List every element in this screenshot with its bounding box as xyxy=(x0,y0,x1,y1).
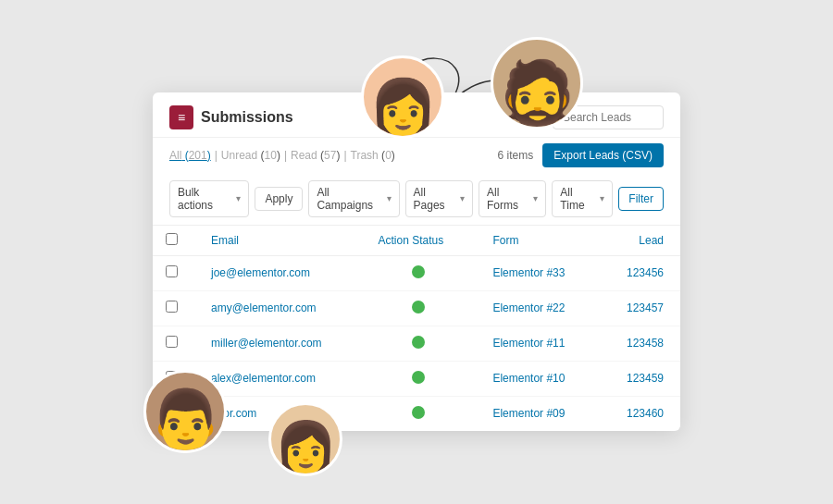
form-link[interactable]: Elementor #11 xyxy=(492,337,565,350)
avatar-man-brown: 👨 xyxy=(143,370,227,453)
lead-id-cell: 123459 xyxy=(599,361,680,396)
leads-table: Email Action Status Form Lead xyxy=(153,226,680,431)
forms-select[interactable]: All Forms ▾ xyxy=(479,180,546,217)
avatar-woman-bun: 👩 xyxy=(268,402,342,476)
email-cell: amy@elementor.com xyxy=(194,290,362,326)
panel-title-row: ≡ Submissions xyxy=(169,105,293,129)
lead-id-link[interactable]: 123459 xyxy=(627,372,664,385)
table-row: ...tor.com Elementor #09 123460 xyxy=(153,396,680,431)
form-link[interactable]: Elementor #09 xyxy=(492,407,565,420)
stats-right: 6 items Export Leads (CSV) xyxy=(498,143,664,167)
status-dot xyxy=(412,406,425,419)
read-filter-link[interactable]: Read (57) xyxy=(291,149,340,162)
submissions-panel: ≡ Submissions All (201) | Unread (10) | … xyxy=(153,92,680,431)
select-all-checkbox[interactable] xyxy=(166,233,178,245)
filters-row: Bulk actions ▾ Apply All Campaigns ▾ All… xyxy=(153,173,680,226)
form-cell: Elementor #09 xyxy=(476,396,598,431)
bulk-actions-chevron: ▾ xyxy=(236,193,241,203)
table-head: Email Action Status Form Lead xyxy=(153,226,680,256)
forms-chevron: ▾ xyxy=(533,193,538,203)
form-cell: Elementor #22 xyxy=(476,290,598,326)
table-header-row: Email Action Status Form Lead xyxy=(153,226,680,256)
lead-id-cell: 123457 xyxy=(599,290,680,326)
lead-id-cell: 123458 xyxy=(599,326,680,361)
status-dot xyxy=(412,371,425,384)
avatar-woman-glasses: 👩 xyxy=(361,55,444,139)
status-dot xyxy=(412,301,425,313)
form-cell: Elementor #10 xyxy=(476,361,598,396)
table-body: joe@elementor.com Elementor #33 123456 a… xyxy=(153,255,680,431)
action-status-cell xyxy=(362,255,477,290)
unread-filter-link[interactable]: Unread (10) xyxy=(221,149,280,162)
lead-id-link[interactable]: 123458 xyxy=(627,337,664,350)
campaigns-select[interactable]: All Campaigns ▾ xyxy=(308,180,399,217)
all-filter-link[interactable]: All (201) xyxy=(169,149,211,162)
lead-id-cell: 123456 xyxy=(599,255,680,290)
row-checkbox-0[interactable] xyxy=(166,265,178,277)
form-link[interactable]: Elementor #33 xyxy=(492,266,565,279)
status-dot xyxy=(412,336,425,349)
table-row: joe@elementor.com Elementor #33 123456 xyxy=(153,255,680,290)
trash-filter-link[interactable]: Trash (0) xyxy=(351,149,395,162)
stats-row: All (201) | Unread (10) | Read (57) | Tr… xyxy=(153,138,680,173)
avatar-man-beard: 🧔 xyxy=(491,37,583,129)
campaigns-chevron: ▾ xyxy=(387,193,392,203)
export-button[interactable]: Export Leads (CSV) xyxy=(542,143,664,167)
time-select[interactable]: All Time ▾ xyxy=(552,180,613,217)
pages-chevron: ▾ xyxy=(460,193,465,203)
form-cell: Elementor #11 xyxy=(476,326,598,361)
lead-id-link[interactable]: 123456 xyxy=(627,266,664,279)
form-column-header: Form xyxy=(476,226,598,256)
table-row: amy@elementor.com Elementor #22 123457 xyxy=(153,290,680,326)
filter-button[interactable]: Filter xyxy=(618,187,664,211)
action-status-cell xyxy=(362,290,477,326)
page-wrapper: 👩 🧔 👨 👩 ≡ Submissions xyxy=(0,0,833,504)
form-link[interactable]: Elementor #22 xyxy=(492,301,565,314)
lead-id-cell: 123460 xyxy=(599,396,680,431)
row-checkbox-2[interactable] xyxy=(166,336,178,348)
lead-id-link[interactable]: 123460 xyxy=(627,407,664,420)
bulk-actions-select[interactable]: Bulk actions ▾ xyxy=(169,180,249,217)
action-status-column-header: Action Status xyxy=(362,226,477,256)
email-cell: joe@elementor.com xyxy=(194,255,362,290)
email-link[interactable]: joe@elementor.com xyxy=(211,266,310,279)
form-link[interactable]: Elementor #10 xyxy=(492,372,565,385)
email-column-header: Email xyxy=(194,226,362,256)
email-link[interactable]: amy@elementor.com xyxy=(211,301,317,314)
form-cell: Elementor #33 xyxy=(476,255,598,290)
email-cell: miller@elementor.com xyxy=(194,326,362,361)
lead-column-header: Lead xyxy=(599,226,680,256)
pages-select[interactable]: All Pages ▾ xyxy=(405,180,473,217)
panel-title: Submissions xyxy=(201,109,293,126)
checkbox-header xyxy=(153,226,194,256)
status-dot xyxy=(412,265,425,278)
row-checkbox-cell xyxy=(153,290,194,326)
apply-button[interactable]: Apply xyxy=(255,187,303,211)
lead-id-link[interactable]: 123457 xyxy=(627,301,664,314)
items-count: 6 items xyxy=(498,149,534,162)
stats-links: All (201) | Unread (10) | Read (57) | Tr… xyxy=(169,149,395,162)
table-row: miller@elementor.com Elementor #11 12345… xyxy=(153,326,680,361)
row-checkbox-cell xyxy=(153,326,194,361)
time-chevron: ▾ xyxy=(600,193,604,203)
table-row: alex@elementor.com Elementor #10 123459 xyxy=(153,361,680,396)
row-checkbox-cell xyxy=(153,255,194,290)
action-status-cell xyxy=(362,396,477,431)
elementor-icon: ≡ xyxy=(169,105,193,129)
action-status-cell xyxy=(362,326,477,361)
action-status-cell xyxy=(362,361,477,396)
email-link[interactable]: alex@elementor.com xyxy=(211,372,316,385)
row-checkbox-1[interactable] xyxy=(166,301,178,313)
email-link[interactable]: miller@elementor.com xyxy=(211,337,322,350)
